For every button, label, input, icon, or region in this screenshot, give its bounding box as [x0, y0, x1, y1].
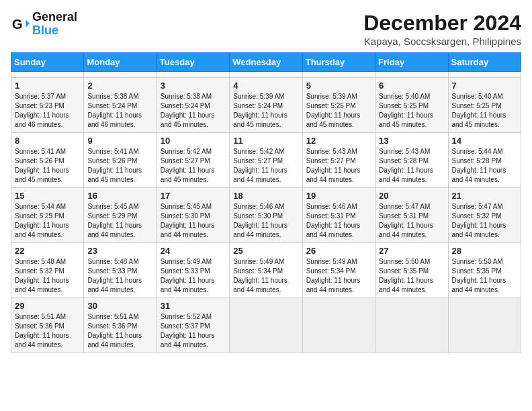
calendar-cell: 27Sunrise: 5:50 AMSunset: 5:35 PMDayligh… — [375, 243, 448, 298]
logo-line1: General — [32, 11, 77, 24]
day-info: Sunrise: 5:38 AMSunset: 5:24 PMDaylight:… — [161, 92, 226, 130]
day-number: 9 — [87, 136, 152, 146]
logo-line2: Blue — [32, 24, 77, 38]
week-row: 22Sunrise: 5:48 AMSunset: 5:32 PMDayligh… — [11, 243, 521, 298]
day-number: 10 — [161, 136, 226, 146]
day-info: Sunrise: 5:49 AMSunset: 5:33 PMDaylight:… — [161, 257, 226, 295]
day-number: 18 — [233, 191, 298, 201]
calendar-cell: 22Sunrise: 5:48 AMSunset: 5:32 PMDayligh… — [11, 243, 84, 298]
calendar-cell: 19Sunrise: 5:46 AMSunset: 5:31 PMDayligh… — [302, 188, 375, 243]
svg-text:G: G — [12, 15, 23, 31]
calendar-cell: 16Sunrise: 5:45 AMSunset: 5:29 PMDayligh… — [84, 188, 157, 243]
logo-icon: G — [11, 15, 30, 34]
day-info: Sunrise: 5:41 AMSunset: 5:26 PMDaylight:… — [15, 147, 80, 185]
day-info: Sunrise: 5:50 AMSunset: 5:35 PMDaylight:… — [379, 257, 444, 295]
calendar-cell — [302, 72, 375, 78]
calendar-cell: 29Sunrise: 5:51 AMSunset: 5:36 PMDayligh… — [11, 298, 84, 353]
calendar-cell: 25Sunrise: 5:49 AMSunset: 5:34 PMDayligh… — [230, 243, 302, 298]
day-number: 26 — [306, 246, 371, 256]
calendar-cell: 10Sunrise: 5:42 AMSunset: 5:27 PMDayligh… — [157, 133, 229, 188]
day-info: Sunrise: 5:44 AMSunset: 5:29 PMDaylight:… — [15, 202, 80, 240]
col-header-tuesday: Tuesday — [157, 53, 229, 72]
calendar-cell — [375, 72, 448, 78]
month-title: December 2024 — [363, 11, 521, 36]
day-number: 2 — [87, 81, 152, 91]
day-number: 29 — [15, 301, 80, 311]
day-info: Sunrise: 5:50 AMSunset: 5:35 PMDaylight:… — [452, 257, 517, 295]
day-info: Sunrise: 5:43 AMSunset: 5:28 PMDaylight:… — [379, 147, 444, 185]
day-number: 16 — [87, 191, 152, 201]
calendar-cell — [84, 72, 157, 78]
day-info: Sunrise: 5:49 AMSunset: 5:34 PMDaylight:… — [233, 257, 298, 295]
day-info: Sunrise: 5:48 AMSunset: 5:33 PMDaylight:… — [87, 257, 152, 295]
week-row: 15Sunrise: 5:44 AMSunset: 5:29 PMDayligh… — [11, 188, 521, 243]
day-number: 3 — [161, 81, 226, 91]
week-row: 8Sunrise: 5:41 AMSunset: 5:26 PMDaylight… — [11, 133, 521, 188]
col-header-sunday: Sunday — [11, 53, 84, 72]
day-number: 28 — [452, 246, 517, 256]
calendar-cell: 4Sunrise: 5:39 AMSunset: 5:24 PMDaylight… — [230, 78, 302, 133]
day-info: Sunrise: 5:41 AMSunset: 5:26 PMDaylight:… — [87, 147, 152, 185]
calendar-cell: 11Sunrise: 5:42 AMSunset: 5:27 PMDayligh… — [230, 133, 302, 188]
day-info: Sunrise: 5:47 AMSunset: 5:32 PMDaylight:… — [452, 202, 517, 240]
day-info: Sunrise: 5:52 AMSunset: 5:37 PMDaylight:… — [161, 312, 226, 350]
day-number: 5 — [306, 81, 371, 91]
logo: G General Blue — [11, 11, 77, 38]
day-number: 12 — [306, 136, 371, 146]
day-info: Sunrise: 5:47 AMSunset: 5:31 PMDaylight:… — [379, 202, 444, 240]
day-info: Sunrise: 5:42 AMSunset: 5:27 PMDaylight:… — [233, 147, 298, 185]
day-number: 21 — [452, 191, 517, 201]
week-row: 29Sunrise: 5:51 AMSunset: 5:36 PMDayligh… — [11, 298, 521, 353]
calendar-cell — [230, 298, 302, 353]
day-number: 30 — [87, 301, 152, 311]
day-number: 11 — [233, 136, 298, 146]
location: Kapaya, Soccsksargen, Philippines — [363, 36, 521, 47]
day-info: Sunrise: 5:38 AMSunset: 5:24 PMDaylight:… — [87, 92, 152, 130]
page-header: G General Blue December 2024 Kapaya, Soc… — [11, 11, 521, 47]
calendar-cell: 7Sunrise: 5:40 AMSunset: 5:25 PMDaylight… — [448, 78, 521, 133]
calendar-cell — [302, 298, 375, 353]
calendar-table: SundayMondayTuesdayWednesdayThursdayFrid… — [11, 52, 521, 353]
calendar-cell: 3Sunrise: 5:38 AMSunset: 5:24 PMDaylight… — [157, 78, 229, 133]
calendar-cell: 28Sunrise: 5:50 AMSunset: 5:35 PMDayligh… — [448, 243, 521, 298]
calendar-cell: 14Sunrise: 5:44 AMSunset: 5:28 PMDayligh… — [448, 133, 521, 188]
calendar-cell: 13Sunrise: 5:43 AMSunset: 5:28 PMDayligh… — [375, 133, 448, 188]
calendar-cell: 5Sunrise: 5:39 AMSunset: 5:25 PMDaylight… — [302, 78, 375, 133]
day-number: 13 — [379, 136, 444, 146]
calendar-cell: 12Sunrise: 5:43 AMSunset: 5:27 PMDayligh… — [302, 133, 375, 188]
day-info: Sunrise: 5:39 AMSunset: 5:24 PMDaylight:… — [233, 92, 298, 130]
day-info: Sunrise: 5:45 AMSunset: 5:29 PMDaylight:… — [87, 202, 152, 240]
day-number: 17 — [161, 191, 226, 201]
day-info: Sunrise: 5:46 AMSunset: 5:30 PMDaylight:… — [233, 202, 298, 240]
day-info: Sunrise: 5:42 AMSunset: 5:27 PMDaylight:… — [161, 147, 226, 185]
calendar-cell: 6Sunrise: 5:40 AMSunset: 5:25 PMDaylight… — [375, 78, 448, 133]
calendar-cell — [11, 72, 84, 78]
calendar-cell — [230, 72, 302, 78]
calendar-cell: 21Sunrise: 5:47 AMSunset: 5:32 PMDayligh… — [448, 188, 521, 243]
svg-marker-1 — [26, 19, 30, 27]
calendar-cell: 24Sunrise: 5:49 AMSunset: 5:33 PMDayligh… — [157, 243, 229, 298]
day-number: 20 — [379, 191, 444, 201]
calendar-cell — [157, 72, 229, 78]
col-header-friday: Friday — [375, 53, 448, 72]
col-header-saturday: Saturday — [448, 53, 521, 72]
header-row: SundayMondayTuesdayWednesdayThursdayFrid… — [11, 53, 521, 72]
calendar-cell: 1Sunrise: 5:37 AMSunset: 5:23 PMDaylight… — [11, 78, 84, 133]
col-header-wednesday: Wednesday — [230, 53, 302, 72]
day-info: Sunrise: 5:51 AMSunset: 5:36 PMDaylight:… — [87, 312, 152, 350]
calendar-cell: 31Sunrise: 5:52 AMSunset: 5:37 PMDayligh… — [157, 298, 229, 353]
logo-text: General Blue — [32, 11, 77, 38]
day-number: 27 — [379, 246, 444, 256]
day-number: 4 — [233, 81, 298, 91]
title-area: December 2024 Kapaya, Soccsksargen, Phil… — [363, 11, 521, 47]
week-row — [11, 72, 521, 78]
week-row: 1Sunrise: 5:37 AMSunset: 5:23 PMDaylight… — [11, 78, 521, 133]
col-header-monday: Monday — [84, 53, 157, 72]
calendar-cell: 9Sunrise: 5:41 AMSunset: 5:26 PMDaylight… — [84, 133, 157, 188]
day-number: 24 — [161, 246, 226, 256]
calendar-cell — [448, 72, 521, 78]
day-number: 15 — [15, 191, 80, 201]
day-number: 31 — [161, 301, 226, 311]
day-info: Sunrise: 5:37 AMSunset: 5:23 PMDaylight:… — [15, 92, 80, 130]
day-number: 1 — [15, 81, 80, 91]
